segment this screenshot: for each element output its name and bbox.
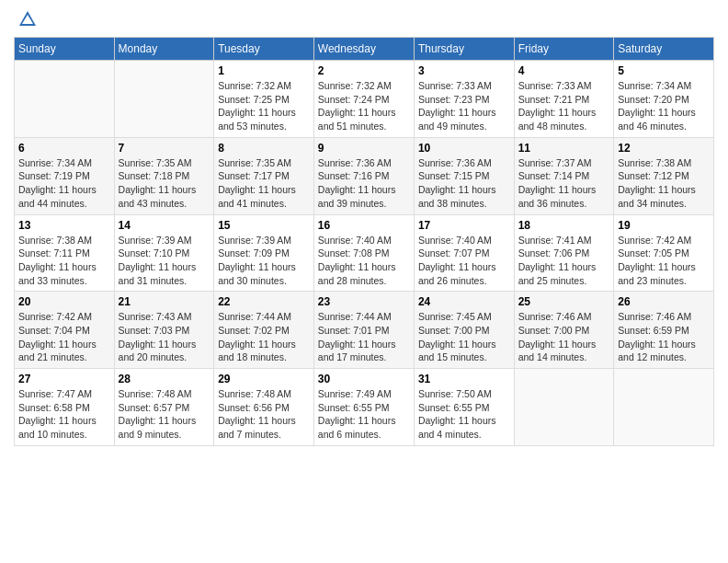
calendar-cell [15, 61, 115, 138]
day-number: 23 [318, 295, 410, 308]
day-info: Sunrise: 7:39 AMSunset: 7:09 PMDaylight:… [218, 234, 310, 288]
calendar-cell: 17Sunrise: 7:40 AMSunset: 7:07 PMDayligh… [414, 214, 514, 292]
day-number: 27 [18, 373, 110, 385]
day-number: 8 [218, 142, 310, 155]
day-number: 7 [119, 142, 210, 155]
logo [14, 9, 38, 29]
calendar-header: SundayMondayTuesdayWednesdayThursdayFrid… [15, 38, 714, 61]
calendar-cell: 30Sunrise: 7:49 AMSunset: 6:55 PMDayligh… [313, 369, 414, 446]
day-info: Sunrise: 7:48 AMSunset: 6:57 PMDaylight:… [119, 387, 210, 442]
day-info: Sunrise: 7:46 AMSunset: 6:59 PMDaylight:… [618, 310, 710, 364]
day-info: Sunrise: 7:46 AMSunset: 7:00 PMDaylight:… [518, 310, 610, 364]
day-number: 22 [218, 295, 310, 308]
day-number: 4 [518, 64, 610, 77]
calendar-body: 1Sunrise: 7:32 AMSunset: 7:25 PMDaylight… [15, 61, 714, 446]
day-number: 14 [119, 219, 210, 232]
calendar-cell: 6Sunrise: 7:34 AMSunset: 7:19 PMDaylight… [15, 137, 115, 214]
day-number: 5 [618, 64, 710, 77]
calendar-cell [514, 369, 614, 446]
day-info: Sunrise: 7:48 AMSunset: 6:56 PMDaylight:… [218, 387, 310, 442]
day-number: 6 [18, 142, 110, 155]
day-header-wednesday: Wednesday [313, 38, 414, 61]
calendar-cell: 29Sunrise: 7:48 AMSunset: 6:56 PMDayligh… [214, 369, 314, 446]
day-number: 17 [418, 219, 510, 232]
calendar-cell: 8Sunrise: 7:35 AMSunset: 7:17 PMDaylight… [214, 137, 314, 214]
calendar-cell: 27Sunrise: 7:47 AMSunset: 6:58 PMDayligh… [15, 369, 115, 446]
calendar-cell: 31Sunrise: 7:50 AMSunset: 6:55 PMDayligh… [414, 369, 514, 446]
day-info: Sunrise: 7:40 AMSunset: 7:08 PMDaylight:… [318, 234, 410, 288]
day-number: 21 [119, 295, 210, 308]
day-number: 24 [418, 295, 510, 308]
day-info: Sunrise: 7:35 AMSunset: 7:17 PMDaylight:… [218, 156, 310, 211]
day-number: 19 [618, 219, 710, 232]
day-number: 13 [18, 219, 110, 232]
day-info: Sunrise: 7:35 AMSunset: 7:18 PMDaylight:… [119, 156, 210, 211]
day-number: 25 [518, 295, 610, 308]
day-info: Sunrise: 7:50 AMSunset: 6:55 PMDaylight:… [418, 387, 510, 442]
day-info: Sunrise: 7:33 AMSunset: 7:21 PMDaylight:… [518, 79, 610, 133]
calendar-cell: 12Sunrise: 7:38 AMSunset: 7:12 PMDayligh… [614, 137, 714, 214]
day-number: 20 [18, 295, 110, 308]
day-number: 16 [318, 219, 410, 232]
day-header-saturday: Saturday [614, 38, 714, 61]
day-header-thursday: Thursday [414, 38, 514, 61]
day-info: Sunrise: 7:34 AMSunset: 7:19 PMDaylight:… [18, 156, 110, 211]
calendar-cell: 25Sunrise: 7:46 AMSunset: 7:00 PMDayligh… [514, 292, 614, 369]
day-header-friday: Friday [514, 38, 614, 61]
week-row-3: 13Sunrise: 7:38 AMSunset: 7:11 PMDayligh… [15, 214, 714, 292]
week-row-2: 6Sunrise: 7:34 AMSunset: 7:19 PMDaylight… [15, 137, 714, 214]
day-number: 31 [418, 373, 510, 385]
day-info: Sunrise: 7:32 AMSunset: 7:24 PMDaylight:… [318, 79, 410, 133]
day-info: Sunrise: 7:42 AMSunset: 7:04 PMDaylight:… [18, 310, 110, 364]
day-info: Sunrise: 7:44 AMSunset: 7:02 PMDaylight:… [218, 310, 310, 364]
day-info: Sunrise: 7:42 AMSunset: 7:05 PMDaylight:… [618, 234, 710, 288]
calendar-cell: 11Sunrise: 7:37 AMSunset: 7:14 PMDayligh… [514, 137, 614, 214]
calendar-cell [114, 61, 214, 138]
logo-icon [17, 9, 38, 29]
day-info: Sunrise: 7:38 AMSunset: 7:12 PMDaylight:… [618, 156, 710, 211]
calendar-cell: 20Sunrise: 7:42 AMSunset: 7:04 PMDayligh… [15, 292, 115, 369]
calendar-cell: 18Sunrise: 7:41 AMSunset: 7:06 PMDayligh… [514, 214, 614, 292]
page-header [14, 9, 714, 29]
calendar-cell: 13Sunrise: 7:38 AMSunset: 7:11 PMDayligh… [15, 214, 115, 292]
day-number: 1 [218, 64, 310, 77]
calendar-cell: 24Sunrise: 7:45 AMSunset: 7:00 PMDayligh… [414, 292, 514, 369]
calendar-cell: 14Sunrise: 7:39 AMSunset: 7:10 PMDayligh… [114, 214, 214, 292]
day-number: 29 [218, 373, 310, 385]
calendar-cell: 10Sunrise: 7:36 AMSunset: 7:15 PMDayligh… [414, 137, 514, 214]
calendar-cell: 1Sunrise: 7:32 AMSunset: 7:25 PMDaylight… [214, 61, 314, 138]
calendar-cell: 26Sunrise: 7:46 AMSunset: 6:59 PMDayligh… [614, 292, 714, 369]
day-info: Sunrise: 7:49 AMSunset: 6:55 PMDaylight:… [318, 387, 410, 442]
day-header-monday: Monday [114, 38, 214, 61]
day-number: 3 [418, 64, 510, 77]
day-info: Sunrise: 7:32 AMSunset: 7:25 PMDaylight:… [218, 79, 310, 133]
day-info: Sunrise: 7:37 AMSunset: 7:14 PMDaylight:… [518, 156, 610, 211]
day-info: Sunrise: 7:36 AMSunset: 7:16 PMDaylight:… [318, 156, 410, 211]
day-info: Sunrise: 7:38 AMSunset: 7:11 PMDaylight:… [18, 234, 110, 288]
day-number: 28 [119, 373, 210, 385]
calendar-cell: 19Sunrise: 7:42 AMSunset: 7:05 PMDayligh… [614, 214, 714, 292]
calendar-cell: 9Sunrise: 7:36 AMSunset: 7:16 PMDaylight… [313, 137, 414, 214]
calendar-header-row: SundayMondayTuesdayWednesdayThursdayFrid… [15, 38, 714, 61]
day-info: Sunrise: 7:44 AMSunset: 7:01 PMDaylight:… [318, 310, 410, 364]
calendar-cell: 22Sunrise: 7:44 AMSunset: 7:02 PMDayligh… [214, 292, 314, 369]
day-number: 15 [218, 219, 310, 232]
week-row-1: 1Sunrise: 7:32 AMSunset: 7:25 PMDaylight… [15, 61, 714, 138]
calendar-cell: 7Sunrise: 7:35 AMSunset: 7:18 PMDaylight… [114, 137, 214, 214]
day-info: Sunrise: 7:41 AMSunset: 7:06 PMDaylight:… [518, 234, 610, 288]
day-number: 18 [518, 219, 610, 232]
day-header-tuesday: Tuesday [214, 38, 314, 61]
day-number: 10 [418, 142, 510, 155]
calendar-cell [614, 369, 714, 446]
day-header-sunday: Sunday [15, 38, 115, 61]
calendar-cell: 4Sunrise: 7:33 AMSunset: 7:21 PMDaylight… [514, 61, 614, 138]
week-row-5: 27Sunrise: 7:47 AMSunset: 6:58 PMDayligh… [15, 369, 714, 446]
day-info: Sunrise: 7:45 AMSunset: 7:00 PMDaylight:… [418, 310, 510, 364]
day-info: Sunrise: 7:36 AMSunset: 7:15 PMDaylight:… [418, 156, 510, 211]
day-info: Sunrise: 7:47 AMSunset: 6:58 PMDaylight:… [18, 387, 110, 442]
calendar-cell: 16Sunrise: 7:40 AMSunset: 7:08 PMDayligh… [313, 214, 414, 292]
calendar-cell: 23Sunrise: 7:44 AMSunset: 7:01 PMDayligh… [313, 292, 414, 369]
day-number: 12 [618, 142, 710, 155]
week-row-4: 20Sunrise: 7:42 AMSunset: 7:04 PMDayligh… [15, 292, 714, 369]
day-info: Sunrise: 7:40 AMSunset: 7:07 PMDaylight:… [418, 234, 510, 288]
